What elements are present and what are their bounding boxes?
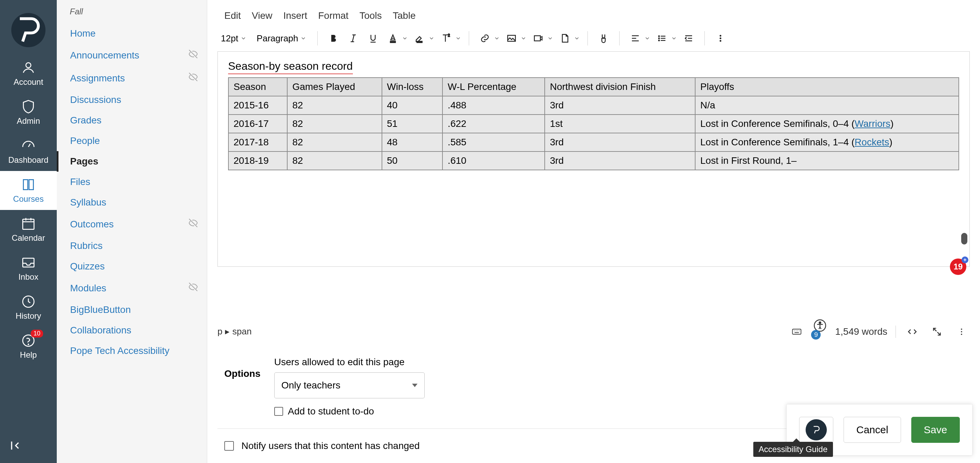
menu-format[interactable]: Format	[318, 10, 348, 21]
more-toolbar-button[interactable]	[712, 30, 729, 46]
block-format-dropdown[interactable]: Paragraph	[253, 30, 310, 46]
apps-button[interactable]	[595, 30, 612, 46]
font-size-dropdown[interactable]: 12pt	[218, 30, 250, 46]
text-color-button[interactable]	[385, 30, 408, 46]
todo-label: Add to student to-do	[288, 406, 374, 417]
cn-modules[interactable]: Modules	[57, 277, 207, 299]
outdent-button[interactable]	[681, 30, 697, 46]
nav-calendar[interactable]: Calendar	[0, 210, 57, 249]
cn-home[interactable]: Home	[57, 23, 207, 44]
cn-bigbluebutton[interactable]: BigBlueButton	[57, 299, 207, 320]
nav-help[interactable]: 10 Help	[0, 327, 57, 366]
italic-button[interactable]	[345, 30, 361, 46]
hidden-icon	[188, 72, 199, 85]
rich-text-editor[interactable]: Season-by season record Season Games Pla…	[218, 51, 970, 267]
nav-help-label: Help	[20, 350, 37, 360]
svg-rect-10	[535, 36, 541, 41]
html-editor-toggle[interactable]	[904, 323, 921, 340]
th-division-finish: Northwest division Finish	[545, 78, 695, 96]
cancel-button[interactable]: Cancel	[843, 417, 900, 443]
cn-grades[interactable]: Grades	[57, 110, 207, 130]
floating-notification-badge[interactable]: 19 +	[950, 259, 966, 275]
cn-files[interactable]: Files	[57, 172, 207, 192]
svg-point-16	[720, 40, 721, 42]
media-button[interactable]	[530, 30, 553, 46]
notify-checkbox[interactable]	[224, 441, 234, 451]
link-button[interactable]	[477, 30, 500, 46]
document-button[interactable]	[557, 30, 580, 46]
breadcrumb-caret-icon: ▸	[225, 326, 229, 337]
word-count[interactable]: 1,549 words	[835, 326, 887, 337]
hidden-icon	[188, 218, 199, 231]
cn-outcomes[interactable]: Outcomes	[57, 213, 207, 235]
svg-rect-2	[23, 258, 34, 267]
cn-assignments[interactable]: Assignments	[57, 67, 207, 89]
th-games-played: Games Played	[287, 78, 382, 96]
menu-insert[interactable]: Insert	[283, 10, 307, 21]
fullscreen-button[interactable]	[929, 323, 945, 340]
highlight-color-button[interactable]	[411, 30, 434, 46]
nav-dashboard[interactable]: Dashboard	[0, 132, 57, 171]
cn-rubrics[interactable]: Rubrics	[57, 235, 207, 256]
accessibility-checker-button[interactable]: 9	[813, 319, 827, 344]
nav-account-label: Account	[14, 77, 43, 87]
course-term-label: Fall	[70, 7, 207, 16]
table-row[interactable]: 2015-168240.4883rdN/a	[228, 96, 959, 115]
svg-point-15	[720, 38, 721, 39]
cn-popetech[interactable]: Pope Tech Accessibility	[57, 340, 207, 361]
breadcrumb-span[interactable]: span	[232, 326, 251, 337]
cn-syllabus[interactable]: Syllabus	[57, 192, 207, 213]
superscript-button[interactable]: 2	[438, 30, 461, 46]
toolbar-separator	[587, 31, 588, 46]
todo-checkbox[interactable]	[274, 407, 283, 416]
breadcrumb-p[interactable]: p	[218, 326, 222, 337]
svg-point-20	[961, 328, 962, 329]
cn-announcements[interactable]: Announcements	[57, 44, 207, 67]
edit-permission-select[interactable]: Only teachers	[274, 372, 425, 398]
menu-table[interactable]: Table	[393, 10, 416, 21]
toolbar-separator	[619, 31, 620, 46]
menu-edit[interactable]: Edit	[224, 10, 241, 21]
nav-history-label: History	[16, 311, 41, 321]
bold-button[interactable]	[325, 30, 342, 46]
institution-logo[interactable]	[11, 13, 46, 47]
th-playoffs: Playoffs	[695, 78, 959, 96]
cn-discussions[interactable]: Discussions	[57, 89, 207, 110]
main-content: Edit View Insert Format Tools Table 12pt…	[207, 0, 980, 463]
image-button[interactable]	[503, 30, 527, 46]
svg-rect-1	[23, 219, 34, 229]
nav-courses[interactable]: Courses	[0, 171, 57, 210]
playoff-opponent-link[interactable]: Rockets	[854, 137, 889, 147]
hidden-icon	[188, 49, 199, 62]
editor-scrollbar-thumb[interactable]	[961, 233, 967, 245]
cn-collaborations[interactable]: Collaborations	[57, 320, 207, 340]
menu-tools[interactable]: Tools	[360, 10, 382, 21]
cn-pages[interactable]: Pages	[57, 151, 207, 172]
svg-text:2: 2	[448, 33, 450, 37]
nav-collapse-toggle[interactable]	[0, 431, 57, 463]
keyboard-shortcuts-icon[interactable]	[789, 323, 805, 340]
table-row[interactable]: 2017-188248.5853rdLost in Conference Sem…	[228, 133, 959, 151]
accessibility-guide-button[interactable]	[799, 417, 833, 443]
cn-people[interactable]: People	[57, 130, 207, 151]
editor-toolbar: 12pt Paragraph 2	[207, 27, 980, 51]
list-button[interactable]	[654, 30, 677, 46]
svg-rect-6	[390, 41, 396, 43]
resize-handle-icon[interactable]	[953, 323, 970, 340]
nav-history[interactable]: History	[0, 288, 57, 327]
align-button[interactable]	[627, 30, 651, 46]
cn-quizzes[interactable]: Quizzes	[57, 256, 207, 277]
menu-view[interactable]: View	[252, 10, 272, 21]
options-label: Options	[224, 368, 261, 379]
save-button[interactable]: Save	[911, 417, 960, 443]
nav-inbox-label: Inbox	[19, 272, 39, 282]
underline-button[interactable]	[365, 30, 381, 46]
table-row[interactable]: 2018-198250.6103rdLost in First Round, 1…	[228, 151, 959, 170]
playoff-opponent-link[interactable]: Warriors	[854, 118, 891, 129]
season-record-table[interactable]: Season Games Played Win-loss W-L Percent…	[228, 77, 959, 170]
th-win-loss: Win-loss	[382, 78, 443, 96]
nav-admin[interactable]: Admin	[0, 93, 57, 132]
table-row[interactable]: 2016-178251.6221stLost in Conference Sem…	[228, 115, 959, 133]
nav-inbox[interactable]: Inbox	[0, 249, 57, 288]
nav-account[interactable]: Account	[0, 54, 57, 93]
